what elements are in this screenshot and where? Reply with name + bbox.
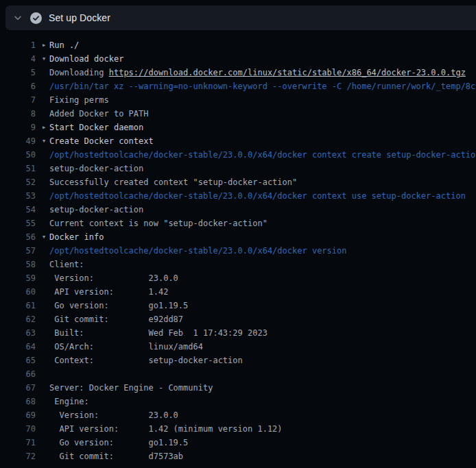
log-text: Context: setup-docker-action — [49, 356, 243, 365]
line-number-link[interactable]: 59 — [0, 273, 36, 283]
log-text: Go version: go1.19.5 — [49, 301, 188, 310]
log-text: Engine: — [49, 397, 89, 406]
line-number-link[interactable]: 60 — [0, 287, 36, 297]
line-number-link[interactable]: 6 — [0, 82, 36, 91]
log-text: API version: 1.42 (minimum version 1.12) — [49, 424, 283, 434]
log-text: Version: 23.0.0 — [49, 410, 178, 420]
expanded-triangle-icon[interactable]: ▼ — [43, 134, 49, 148]
expanded-triangle-icon[interactable]: ▼ — [43, 52, 49, 66]
log-text: Version: 23.0.0 — [49, 273, 178, 283]
log-line[interactable]: 4 ▼ Download docker — [0, 52, 476, 66]
log-line: 62 Git commit: e92dd87 — [0, 312, 476, 326]
log-line: 67 Server: Docker Engine - Community — [0, 381, 476, 395]
group-title: Start Docker daemon — [49, 123, 143, 132]
log-text: Added Docker to PATH — [49, 109, 149, 119]
log-line: 70 API version: 1.42 (minimum version 1.… — [0, 422, 476, 436]
log-line: 66 — [0, 367, 476, 381]
log-text: API version: 1.42 — [49, 287, 168, 297]
line-number-link[interactable]: 7 — [0, 95, 36, 105]
line-number-link[interactable]: 71 — [0, 438, 36, 447]
log-line: 64 OS/Arch: linux/amd64 — [0, 340, 476, 354]
line-number-link[interactable]: 51 — [0, 164, 36, 173]
log-text: Successfully created context "setup-dock… — [49, 177, 297, 187]
log-text: Fixing perms — [49, 95, 109, 105]
line-number-link[interactable]: 49 — [0, 136, 36, 146]
log-text: Go version: go1.19.5 — [49, 438, 188, 447]
line-number-link[interactable]: 62 — [0, 315, 36, 324]
line-number-link[interactable]: 67 — [0, 383, 36, 393]
log-line: 7 Fixing perms — [0, 93, 476, 107]
collapsed-triangle-icon[interactable]: ▶ — [43, 121, 49, 134]
log-line[interactable]: 56 ▼ Docker info — [0, 230, 476, 244]
line-number-link[interactable]: 5 — [0, 68, 36, 77]
line-number-link[interactable]: 70 — [0, 424, 36, 434]
line-number-link[interactable]: 64 — [0, 342, 36, 352]
group-title: Run ./ — [49, 40, 79, 50]
collapsed-triangle-icon[interactable]: ▶ — [43, 38, 49, 52]
log-line: 52 Successfully created context "setup-d… — [0, 175, 476, 189]
line-number-link[interactable]: 9 — [0, 123, 36, 132]
line-number-link[interactable]: 68 — [0, 397, 36, 406]
line-number-link[interactable]: 55 — [0, 219, 36, 228]
line-number-link[interactable]: 69 — [0, 410, 36, 420]
log-line: 6 /usr/bin/tar xz --warning=no-unknown-k… — [0, 79, 476, 93]
chevron-down-icon[interactable] — [13, 13, 23, 23]
group-title: Download docker — [49, 54, 123, 64]
download-url-link[interactable]: https://download.docker.com/linux/static… — [109, 68, 466, 77]
line-number-link[interactable]: 8 — [0, 109, 36, 119]
group-title: Docker info — [49, 232, 104, 242]
log-line: 53 /opt/hostedtoolcache/docker-stable/23… — [0, 189, 476, 203]
log-line: 63 Built: Wed Feb 1 17:43:29 2023 — [0, 326, 476, 340]
log-line: 60 API version: 1.42 — [0, 285, 476, 299]
log-text: Current context is now "setup-docker-act… — [49, 219, 267, 228]
command-text: /usr/bin/tar xz --warning=no-unknown-key… — [49, 82, 476, 91]
line-number-link[interactable]: 4 — [0, 54, 36, 64]
line-number-link[interactable]: 54 — [0, 205, 36, 214]
log-lines: 1 ▶ Run ./ 4 ▼ Download docker 5 Downloa… — [0, 30, 476, 463]
log-line: 72 Git commit: d7573ab — [0, 449, 476, 463]
log-text: setup-docker-action — [49, 205, 143, 214]
log-line[interactable]: 9 ▶ Start Docker daemon — [0, 121, 476, 134]
log-line: 69 Version: 23.0.0 — [0, 408, 476, 422]
log-line[interactable]: 49 ▼ Create Docker context — [0, 134, 476, 148]
line-number-link[interactable]: 53 — [0, 191, 36, 201]
log-line: 65 Context: setup-docker-action — [0, 354, 476, 367]
log-text: Built: Wed Feb 1 17:43:29 2023 — [49, 328, 267, 338]
log-line: 54 setup-docker-action — [0, 203, 476, 217]
log-text: Client: — [49, 260, 84, 269]
log-line[interactable]: 1 ▶ Run ./ — [0, 38, 476, 52]
log-text: Downloading — [49, 68, 109, 77]
line-number-link[interactable]: 50 — [0, 150, 36, 160]
log-text: Server: Docker Engine - Community — [49, 383, 213, 393]
line-number-link[interactable]: 66 — [0, 369, 36, 379]
line-number-link[interactable]: 72 — [0, 452, 36, 461]
log-line: 61 Go version: go1.19.5 — [0, 299, 476, 312]
log-text-with-link: Downloading https://download.docker.com/… — [49, 68, 466, 77]
command-text: /opt/hostedtoolcache/docker-stable/23.0.… — [49, 191, 466, 201]
log-line: 59 Version: 23.0.0 — [0, 271, 476, 285]
group-title: Create Docker context — [49, 136, 154, 146]
log-line: 68 Engine: — [0, 395, 476, 408]
line-number-link[interactable]: 56 — [0, 232, 36, 242]
line-number-link[interactable]: 1 — [0, 40, 36, 50]
log-text: setup-docker-action — [49, 164, 143, 173]
log-text: Git commit: e92dd87 — [49, 315, 183, 324]
step-title: Set up Docker — [49, 12, 110, 23]
line-number-link[interactable]: 63 — [0, 328, 36, 338]
expanded-triangle-icon[interactable]: ▼ — [43, 230, 49, 244]
step-header[interactable]: Set up Docker — [5, 5, 476, 30]
log-text: OS/Arch: linux/amd64 — [49, 342, 203, 352]
line-number-link[interactable]: 52 — [0, 177, 36, 187]
command-text: /opt/hostedtoolcache/docker-stable/23.0.… — [49, 150, 476, 160]
line-number-link[interactable]: 57 — [0, 246, 36, 256]
log-line: 50 /opt/hostedtoolcache/docker-stable/23… — [0, 148, 476, 162]
command-text: /opt/hostedtoolcache/docker-stable/23.0.… — [49, 246, 346, 256]
line-number-link[interactable]: 58 — [0, 260, 36, 269]
log-line: 5 Downloading https://download.docker.co… — [0, 66, 476, 79]
line-number-link[interactable]: 61 — [0, 301, 36, 310]
log-line: 51 setup-docker-action — [0, 162, 476, 175]
line-number-link[interactable]: 65 — [0, 356, 36, 365]
log-line: 8 Added Docker to PATH — [0, 107, 476, 121]
log-line: 58 Client: — [0, 258, 476, 271]
log-line: 71 Go version: go1.19.5 — [0, 436, 476, 449]
